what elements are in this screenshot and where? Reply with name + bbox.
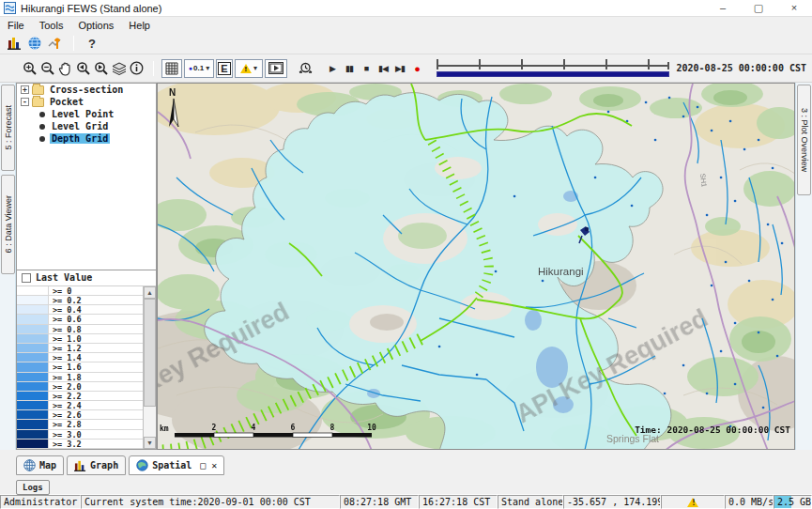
legend-row[interactable]: >= 2.4 — [17, 401, 143, 410]
road-label: SH1 — [698, 173, 709, 188]
legend-label: >= 2.2 — [49, 392, 143, 400]
legend-row[interactable]: >= 1.2 — [17, 344, 143, 353]
tab-graph-label: Graph — [90, 460, 118, 470]
legend-row[interactable]: >= 1.8 — [17, 373, 143, 382]
map-canvas[interactable]: API Key Required API Key Required — [158, 84, 795, 450]
legend-label: >= 3.2 — [49, 440, 143, 448]
legend-row[interactable]: >= 0 — [17, 286, 143, 296]
tree-item-label: Cross-section — [48, 85, 125, 95]
tab-plot-overview[interactable]: 3 : Plot Overview — [797, 85, 811, 195]
info-icon[interactable] — [128, 59, 146, 78]
legend-panel: Last Value >= 0 >= 0.2 >= 0.4 >= 0.6 >= … — [16, 270, 157, 450]
zoom-out-icon[interactable] — [38, 59, 56, 78]
svg-text:N: N — [169, 87, 176, 98]
last-value-checkbox[interactable] — [22, 273, 31, 283]
menu-file[interactable]: File — [0, 19, 32, 32]
status-warning[interactable] — [661, 495, 725, 509]
color-swatch — [17, 362, 49, 371]
legend-row[interactable]: >= 1.6 — [17, 362, 143, 372]
status-bar: Administrator Current system time:2020-0… — [0, 494, 812, 509]
menu-help[interactable]: Help — [121, 19, 158, 32]
last-frame-button[interactable]: ▶▮ — [391, 60, 408, 77]
pause-button[interactable]: ▮▮ — [341, 60, 358, 77]
legend-row[interactable]: >= 2.6 — [17, 410, 143, 420]
record-button[interactable]: ● — [408, 60, 425, 77]
warning-dropdown[interactable]: ▾ — [235, 59, 263, 78]
tree-item-cross-section[interactable]: + Cross-section — [17, 84, 156, 96]
legend-scrollbar[interactable]: ▲ ▼ — [143, 286, 156, 449]
menu-tools[interactable]: Tools — [32, 19, 71, 32]
color-swatch — [17, 353, 49, 362]
legend-row[interactable]: >= 3.0 — [17, 430, 143, 440]
legend-label: >= 1.2 — [49, 344, 143, 352]
expander-icon[interactable]: + — [21, 85, 29, 94]
chevron-down-icon: ▾ — [206, 64, 209, 72]
legend-row[interactable]: >= 2.2 — [17, 392, 143, 401]
scrollbar-track[interactable] — [144, 299, 156, 437]
tree-item-label: Depth Grid — [50, 133, 110, 144]
legend-label: >= 1.8 — [49, 373, 143, 381]
legend-row[interactable]: >= 0.6 — [17, 315, 143, 324]
chart-export-icon[interactable] — [45, 35, 66, 52]
map-viewport[interactable]: API Key Required API Key Required — [157, 83, 795, 450]
legend-row[interactable]: >= 2.8 — [17, 420, 143, 429]
legend-row[interactable]: >= 2.0 — [17, 382, 143, 392]
globe-icon[interactable] — [24, 35, 45, 52]
tab-data-viewer[interactable]: 6 : Data Viewer — [1, 175, 15, 274]
expander-icon[interactable]: - — [21, 98, 29, 106]
pan-hand-icon[interactable] — [56, 59, 74, 78]
legend-label: >= 0.4 — [49, 305, 143, 314]
menu-options[interactable]: Options — [70, 19, 121, 32]
first-frame-button[interactable]: ▮◀ — [375, 60, 391, 77]
layers-icon[interactable] — [110, 59, 128, 78]
scroll-up-icon[interactable]: ▲ — [144, 286, 156, 299]
tab-close-icon[interactable]: ✕ — [211, 460, 217, 470]
color-swatch — [17, 296, 49, 304]
legend-row[interactable]: >= 1.0 — [17, 334, 143, 344]
legend-row[interactable]: >= 1.4 — [17, 353, 143, 362]
zoom-next-icon[interactable] — [92, 59, 110, 78]
threshold-dropdown[interactable]: ● 0.1 ▾ — [184, 59, 214, 78]
legend-label: >= 1.0 — [49, 334, 143, 343]
logs-button[interactable]: Logs — [16, 480, 50, 495]
town-label: Hikurangi — [538, 266, 584, 277]
zoom-in-icon[interactable] — [21, 59, 38, 78]
tab-forecast[interactable]: 5 : Forecast — [1, 85, 15, 171]
legend-row[interactable]: >= 0.4 — [17, 305, 143, 315]
bar-chart-icon — [74, 460, 86, 471]
scroll-down-icon[interactable]: ▼ — [144, 437, 156, 449]
elevation-button[interactable]: E — [216, 59, 233, 78]
tree-item-level-grid[interactable]: Level Grid — [17, 120, 156, 132]
legend-row[interactable]: >= 0.2 — [17, 296, 143, 305]
legend-row[interactable]: >= 3.2 — [17, 440, 143, 449]
timeline-slider[interactable] — [435, 58, 671, 79]
play-button[interactable]: ▶ — [324, 60, 341, 77]
color-swatch — [17, 286, 49, 295]
tree-item-level-point[interactable]: Level Point — [17, 108, 156, 120]
tab-graph[interactable]: Graph — [67, 455, 126, 475]
tab-map[interactable]: Map — [16, 455, 64, 475]
legend-row[interactable]: >= 0.8 — [17, 325, 143, 334]
close-button[interactable]: × — [776, 0, 812, 16]
tab-spatial[interactable]: Spatial □ ✕ — [129, 455, 224, 475]
grid-layer-button[interactable] — [161, 59, 182, 78]
tree-item-depth-grid[interactable]: Depth Grid — [17, 132, 156, 145]
tree-item-pocket[interactable]: - Pocket — [17, 96, 156, 108]
status-mode: Stand alone — [498, 495, 563, 509]
tab-maximize-icon[interactable]: □ — [200, 460, 206, 470]
help-icon[interactable]: ? — [82, 35, 102, 52]
database-bars-icon[interactable] — [4, 35, 24, 52]
main-toolbar: ? — [0, 33, 812, 54]
stop-button[interactable]: ■ — [358, 60, 375, 77]
toolbar-separator — [153, 61, 154, 76]
minimize-button[interactable]: – — [705, 0, 741, 16]
zoom-previous-icon[interactable] — [74, 59, 92, 78]
maximize-button[interactable]: ▢ — [741, 0, 776, 16]
warning-icon — [687, 498, 698, 507]
time-reset-icon[interactable] — [297, 59, 314, 78]
animation-button[interactable] — [265, 59, 287, 78]
color-swatch — [17, 410, 49, 419]
legend-label: >= 2.4 — [49, 401, 143, 409]
scrollbar-thumb[interactable] — [144, 299, 156, 407]
logs-row: Logs — [0, 475, 812, 494]
